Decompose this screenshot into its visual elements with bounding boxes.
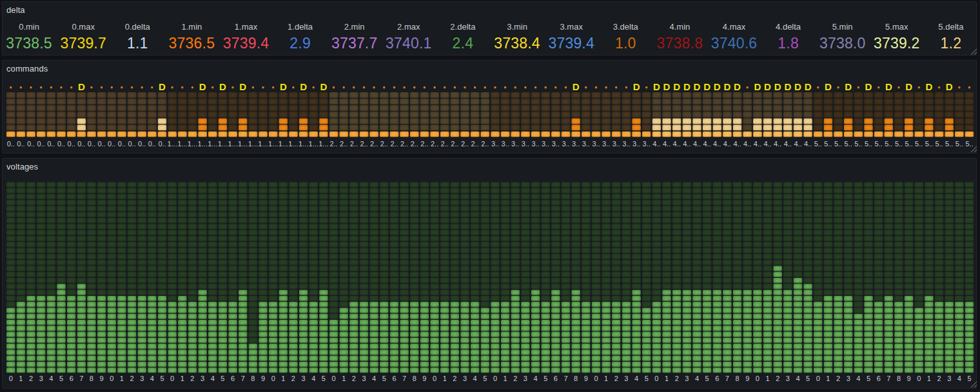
svg-text:3: 3 [201, 375, 204, 382]
svg-text:4: 4 [211, 375, 215, 382]
svg-text:6: 6 [70, 375, 74, 382]
svg-text:2..: 2.. [380, 140, 388, 148]
svg-text:3..: 3.. [582, 140, 590, 148]
svg-text:5..: 5.. [965, 140, 973, 148]
svg-text:3..: 3.. [592, 140, 600, 148]
svg-text:4: 4 [796, 375, 799, 382]
svg-text:4..: 4.. [723, 140, 731, 148]
svg-text:2..: 2.. [350, 140, 358, 148]
svg-text:5..: 5.. [935, 140, 943, 148]
svg-text:9: 9 [261, 375, 265, 382]
svg-text:0: 0 [594, 375, 598, 382]
svg-text:D: D [845, 81, 852, 92]
svg-text:3..: 3.. [622, 140, 630, 148]
svg-text:1...: 1... [197, 140, 207, 148]
svg-text:0: 0 [271, 375, 275, 382]
svg-text:0: 0 [9, 375, 13, 382]
svg-text:0: 0 [433, 375, 436, 382]
svg-text:5..: 5.. [814, 140, 822, 148]
svg-text:2: 2 [190, 375, 194, 382]
svg-text:5: 5 [220, 375, 224, 382]
svg-text:2..: 2.. [329, 140, 337, 148]
svg-text:3..: 3.. [491, 140, 499, 148]
svg-text:D: D [734, 81, 741, 92]
svg-text:1...: 1... [299, 140, 308, 148]
svg-text:2..: 2.. [340, 140, 348, 148]
svg-text:4..: 4.. [713, 140, 721, 148]
svg-text:5..: 5.. [875, 140, 883, 148]
svg-text:4: 4 [695, 375, 699, 382]
svg-text:4..: 4.. [683, 140, 691, 148]
svg-text:D: D [663, 81, 671, 92]
svg-text:3: 3 [524, 375, 527, 382]
svg-text:1...: 1... [228, 140, 237, 148]
svg-text:5: 5 [382, 375, 386, 382]
svg-text:0..: 0.. [128, 140, 135, 148]
svg-text:D: D [754, 81, 761, 92]
svg-text:6: 6 [877, 375, 881, 382]
svg-text:7: 7 [402, 375, 406, 382]
svg-text:4: 4 [534, 375, 538, 382]
svg-text:2: 2 [836, 375, 840, 382]
svg-text:0..: 0.. [138, 140, 146, 148]
svg-text:0..: 0.. [148, 140, 156, 148]
svg-text:3: 3 [947, 375, 951, 382]
svg-text:9: 9 [745, 375, 749, 382]
svg-text:0: 0 [170, 375, 174, 382]
svg-text:3..: 3.. [501, 140, 509, 148]
svg-text:4: 4 [311, 375, 315, 382]
svg-text:4..: 4.. [804, 140, 812, 148]
svg-text:D: D [723, 81, 730, 92]
svg-text:2: 2 [352, 375, 356, 382]
svg-text:2..: 2.. [411, 140, 418, 148]
svg-text:0: 0 [331, 375, 335, 382]
svg-text:2: 2 [291, 375, 295, 382]
svg-text:5..: 5.. [915, 140, 923, 148]
svg-text:1...: 1... [279, 140, 288, 148]
svg-text:0..: 0.. [47, 140, 55, 148]
svg-text:D: D [633, 81, 640, 92]
svg-text:5: 5 [59, 375, 63, 382]
svg-text:3..: 3.. [542, 140, 549, 148]
svg-text:2..: 2.. [471, 140, 478, 148]
svg-text:D: D [805, 81, 812, 92]
svg-text:2..: 2.. [431, 140, 438, 148]
svg-text:1...: 1... [218, 140, 228, 148]
svg-text:4..: 4.. [774, 140, 781, 148]
svg-text:2: 2 [614, 375, 618, 382]
svg-text:2: 2 [937, 375, 941, 382]
svg-text:D: D [280, 81, 287, 92]
svg-text:3..: 3.. [522, 140, 529, 148]
svg-text:2..: 2.. [451, 140, 458, 148]
svg-text:1...: 1... [177, 140, 187, 148]
svg-text:3..: 3.. [643, 140, 651, 148]
svg-text:0..: 0.. [68, 140, 75, 148]
svg-text:8: 8 [897, 375, 901, 382]
svg-text:4: 4 [150, 375, 154, 382]
svg-text:4..: 4.. [733, 140, 741, 148]
svg-text:5: 5 [867, 375, 870, 382]
svg-text:7: 7 [887, 375, 890, 382]
svg-text:D: D [683, 81, 691, 92]
svg-text:5..: 5.. [956, 140, 963, 148]
svg-text:D: D [219, 81, 226, 92]
svg-text:3..: 3.. [552, 140, 560, 148]
svg-text:3: 3 [847, 375, 850, 382]
svg-text:2..: 2.. [481, 140, 489, 148]
svg-text:1: 1 [604, 375, 608, 382]
svg-text:4: 4 [372, 375, 376, 382]
svg-text:4..: 4.. [784, 140, 792, 148]
svg-text:5..: 5.. [824, 140, 832, 148]
svg-text:0: 0 [110, 375, 113, 382]
svg-text:9: 9 [907, 375, 911, 382]
svg-text:3: 3 [786, 375, 790, 382]
svg-text:2..: 2.. [360, 140, 368, 148]
svg-text:4: 4 [49, 375, 53, 382]
svg-text:1: 1 [120, 375, 124, 382]
svg-text:4..: 4.. [743, 140, 751, 148]
svg-text:D: D [78, 81, 85, 92]
svg-text:1: 1 [342, 375, 346, 382]
svg-text:5..: 5.. [854, 140, 862, 148]
svg-text:1: 1 [665, 375, 669, 382]
svg-text:0..: 0.. [88, 140, 95, 148]
